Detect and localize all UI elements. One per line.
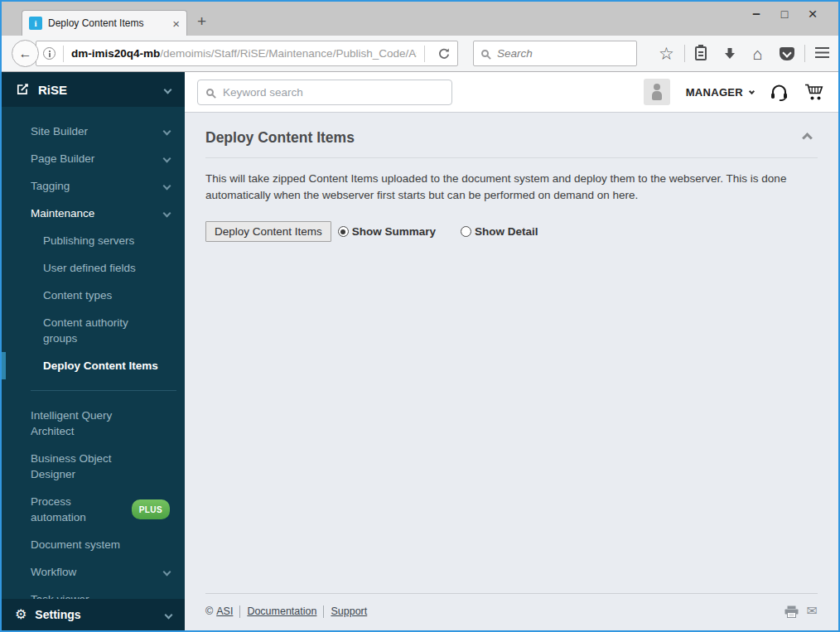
page: Deploy Content Items This will take zipp… [185,113,838,630]
search-icon [206,89,214,96]
sidebar-item-label: Content authority groups [43,315,159,346]
back-button[interactable]: ← [12,40,39,67]
show-summary-radio[interactable] [338,226,349,237]
collapse-chevron-icon[interactable] [802,133,813,143]
sidebar-item-business-object-designer[interactable]: Business Object Designer [2,445,185,488]
sidebar-item-label: Process automation [31,494,126,525]
avatar[interactable] [644,79,670,105]
footer-divider [239,605,240,618]
support-headset-icon[interactable] [770,84,789,101]
page-description: This will take zipped Content Items uplo… [205,171,818,204]
page-title: Deploy Content Items [205,129,355,147]
tab-close-icon[interactable]: × [172,17,180,30]
settings-label: Settings [35,608,80,621]
browser-search-input[interactable] [495,46,629,60]
sidebar-item-label: Page Builder [31,151,94,166]
reload-button[interactable] [437,47,451,60]
show-detail-radio[interactable] [461,226,471,237]
sidebar-item-label: Maintenance [31,205,94,221]
menu-icon[interactable] [815,47,829,50]
show-summary-option[interactable]: Show Summary [338,225,436,238]
browser-search[interactable] [473,41,637,66]
sidebar-item-label: Deploy Content Items [43,358,158,374]
sidebar-item-label: Intelligent Query Architect [31,408,147,439]
sidebar-item-settings[interactable]: ⚙ Settings [2,599,185,630]
sidebar-item-label: Publishing servers [43,233,134,248]
sidebar-item-page-builder[interactable]: Page Builder [2,145,185,172]
downloads-icon[interactable] [723,48,736,60]
sidebar-item-workflow[interactable]: Workflow [2,558,185,586]
sidebar-item-label: Document system [31,537,120,552]
sidebar-item-label: User defined fields [43,260,136,276]
support-link[interactable]: Support [331,605,367,617]
url-divider [424,46,425,62]
info-icon[interactable] [43,47,56,60]
sidebar-item-deploy-content-items[interactable]: Deploy Content Items [2,352,185,379]
chevron-down-icon [749,88,755,94]
email-icon[interactable]: ✉ [807,605,818,618]
sidebar-item-site-builder[interactable]: Site Builder [2,118,185,145]
sidebar-header-rise[interactable]: RiSE [2,72,185,107]
search-icon [481,50,489,57]
sidebar-item-user-defined-fields[interactable]: User defined fields [2,254,185,282]
sidebar-item-label: Content types [43,287,112,303]
sidebar-title: RiSE [38,83,67,97]
imis-favicon-icon: i [29,17,42,30]
chevron-down-icon [163,128,171,136]
pocket-icon[interactable] [780,47,794,60]
deploy-controls: Deploy Content Items Show Summary Show D… [205,221,818,242]
main-content: MANAGER [185,72,838,630]
chevron-down-icon [163,155,171,163]
url-bar[interactable]: dm-imis20q4-mb/demoimis/Staff/RiSE/Maint… [36,41,458,66]
gear-icon: ⚙ [15,608,27,621]
footer-icons: ✉ [784,605,818,618]
documentation-link[interactable]: Documentation [247,605,316,617]
sidebar-item-maintenance[interactable]: Maintenance [2,200,185,227]
print-icon[interactable] [784,605,799,618]
show-detail-option[interactable]: Show Detail [461,225,538,238]
footer-divider [323,605,324,618]
keyword-search[interactable] [197,80,452,105]
sidebar-item-label: Tagging [31,178,70,194]
content-spacer [205,242,818,593]
show-detail-label: Show Detail [475,225,538,238]
sidebar-item-content-authority-groups[interactable]: Content authority groups [2,309,185,352]
app-topbar: MANAGER [185,72,838,113]
sidebar-item-publishing-servers[interactable]: Publishing servers [2,227,185,254]
user-menu[interactable]: MANAGER [686,86,754,99]
close-button[interactable]: × [799,5,827,23]
tab-title: Deploy Content Items [48,17,167,29]
url-path: /demoimis/Staff/RiSE/Maintenance/Publish… [160,47,417,60]
chevron-down-icon [163,210,171,218]
output-mode-radios: Show Summary Show Detail [338,225,538,238]
browser-toolbar: ← dm-imis20q4-mb/demoimis/Staff/RiSE/Mai… [2,36,838,72]
chevron-down-icon [165,610,173,619]
sidebar-item-process-automation[interactable]: Process automation PLUS [2,488,185,531]
new-tab-button[interactable]: + [197,13,206,29]
bookmark-star-icon[interactable]: ☆ [659,45,674,62]
chevron-down-icon [163,182,171,191]
window-controls: – □ × [742,5,827,23]
home-icon[interactable]: ⌂ [753,46,763,62]
minimize-button[interactable]: – [742,6,770,22]
title-divider [205,157,818,158]
sidebar-item-content-types[interactable]: Content types [2,282,185,309]
cart-icon[interactable] [804,83,826,101]
bookmarks-menu-icon[interactable] [695,46,707,60]
keyword-search-input[interactable] [221,85,443,99]
url-host: dm-imis20q4-mb [71,47,160,60]
deploy-content-items-button[interactable]: Deploy Content Items [205,221,331,242]
maximize-button[interactable]: □ [770,7,799,21]
sidebar-item-tagging[interactable]: Tagging [2,172,185,200]
sidebar-item-task-viewer[interactable]: Task viewer [2,586,185,599]
asi-link[interactable]: ASI [216,605,233,617]
user-area: MANAGER [644,79,826,105]
sidebar-item-intelligent-query-architect[interactable]: Intelligent Query Architect [2,402,185,445]
toolbar-divider [684,45,685,62]
url-text[interactable]: dm-imis20q4-mb/demoimis/Staff/RiSE/Maint… [71,47,417,60]
sidebar-item-label: Task viewer [31,591,89,599]
toolbar-icons: ☆ ⌂ [650,45,838,62]
sidebar-item-document-system[interactable]: Document system [2,531,185,558]
browser-tab[interactable]: i Deploy Content Items × [22,10,187,36]
user-name: MANAGER [686,86,743,99]
